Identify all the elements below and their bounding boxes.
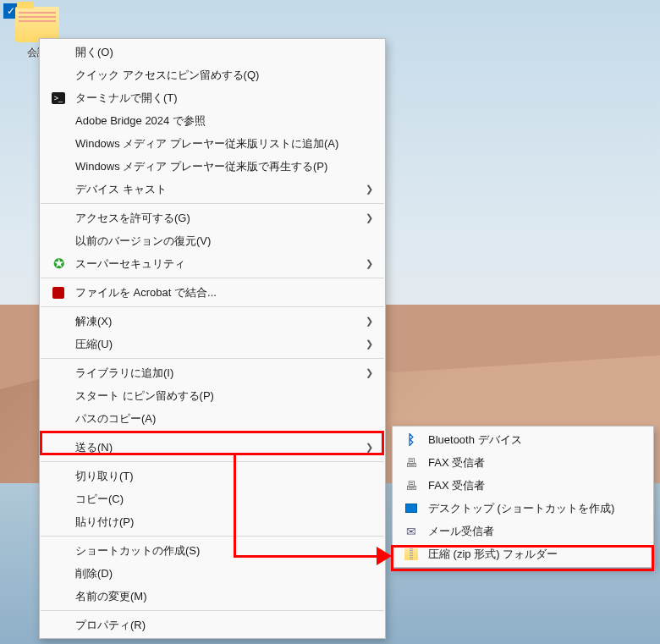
submenu-item[interactable]: 🖶FAX 受信者 [393,474,653,497]
menu-item-label: 圧縮(U) [75,337,357,352]
shield-icon: ✪ [50,256,67,272]
menu-item[interactable]: 切り取り(T) [40,465,385,487]
menu-item[interactable]: 送る(N)❯ [40,436,385,459]
chevron-right-icon: ❯ [366,212,373,223]
menu-separator [41,203,384,204]
desktop-icon [403,500,420,517]
submenu-item[interactable]: ✉メール受信者 [393,520,653,542]
blank-icon [50,113,67,129]
menu-item[interactable]: 貼り付け(P) [40,510,385,533]
menu-item[interactable]: コピー(C) [40,487,385,510]
menu-separator [41,306,384,307]
submenu-item[interactable]: 圧縮 (zip 形式) フォルダー [393,542,653,565]
blank-icon [50,313,67,330]
menu-item-label: パスのコピー(A) [75,411,373,427]
blank-icon [50,135,67,152]
blank-icon [50,181,67,198]
blank-icon [50,233,67,250]
menu-separator [41,610,384,611]
menu-separator [41,461,384,462]
submenu-item[interactable]: 🖶FAX 受信者 [393,451,653,474]
menu-item-label: Windows メディア プレーヤー従来版で再生する(P) [75,159,373,174]
blank-icon [50,67,67,84]
blank-icon [50,565,67,582]
menu-item-label: 切り取り(T) [75,469,373,484]
menu-item-label: 解凍(X) [75,314,357,329]
blank-icon [50,44,67,61]
context-menu-sendto: ᛒBluetooth デバイス🖶FAX 受信者🖶FAX 受信者デスクトップ (シ… [392,426,654,568]
menu-item-label: クイック アクセスにピン留めする(Q) [75,68,373,83]
blank-icon [50,617,67,634]
menu-item-label: Windows メディア プレーヤー従来版リストに追加(A) [75,136,373,151]
menu-item[interactable]: Windows メディア プレーヤー従来版で再生する(P) [40,155,385,178]
menu-item[interactable]: 開く(O) [40,41,385,63]
terminal-icon: >_ [50,90,67,107]
menu-item[interactable]: ファイルを Acrobat で結合... [40,281,385,304]
menu-item[interactable]: スタート にピン留めする(P) [40,384,385,407]
menu-separator [41,358,384,359]
menu-item[interactable]: 削除(D) [40,562,385,585]
fax-icon: 🖶 [403,477,420,494]
menu-item[interactable]: ショートカットの作成(S) [40,539,385,562]
fax-icon: 🖶 [403,454,420,471]
menu-item-label: コピー(C) [75,492,373,507]
menu-item[interactable]: ライブラリに追加(I)❯ [40,361,385,384]
annotation-line [234,555,382,558]
menu-item[interactable]: Windows メディア プレーヤー従来版リストに追加(A) [40,132,385,155]
blank-icon [50,514,67,531]
chevron-right-icon: ❯ [366,258,373,269]
blank-icon [50,588,67,605]
submenu-item-label: メール受信者 [428,524,641,539]
blank-icon [50,439,67,456]
menu-separator [41,278,384,278]
blank-icon [50,542,67,559]
blank-icon [50,158,67,175]
menu-item-label: アクセスを許可する(G) [75,211,357,226]
mail-icon: ✉ [403,523,420,540]
chevron-right-icon: ❯ [366,367,373,378]
annotation-line [234,455,236,557]
annotation-arrow-icon [377,547,392,565]
blank-icon [50,410,67,427]
folder-icon [15,7,59,42]
menu-item[interactable]: 以前のバージョンの復元(V) [40,229,385,252]
menu-item[interactable]: 名前の変更(M) [40,585,385,608]
menu-item[interactable]: 解凍(X)❯ [40,310,385,333]
menu-item[interactable]: ✪スーパーセキュリティ❯ [40,252,385,275]
menu-item-label: スタート にピン留めする(P) [75,388,373,404]
context-menu-main: 開く(O)クイック アクセスにピン留めする(Q)>_ターミナルで開く(T)Ado… [39,38,386,639]
blank-icon [50,210,67,227]
blank-icon [50,388,67,405]
bt-icon: ᛒ [403,432,420,449]
menu-item-label: ターミナルで開く(T) [75,91,373,106]
menu-item[interactable]: プロパティ(R) [40,614,385,636]
blank-icon [50,365,67,382]
menu-item[interactable]: デバイス キャスト❯ [40,178,385,201]
menu-item[interactable]: パスのコピー(A) [40,407,385,430]
menu-separator [41,536,384,537]
submenu-item[interactable]: ᛒBluetooth デバイス [393,428,653,451]
chevron-right-icon: ❯ [366,339,373,350]
submenu-item[interactable]: デスクトップ (ショートカットを作成) [393,497,653,520]
menu-item-label: Adobe Bridge 2024 で参照 [75,113,373,129]
menu-item[interactable]: >_ターミナルで開く(T) [40,86,385,109]
menu-item-label: ファイルを Acrobat で結合... [75,285,373,300]
menu-item-label: プロパティ(R) [75,618,373,633]
menu-item[interactable]: Adobe Bridge 2024 で参照 [40,109,385,132]
menu-item-label: デバイス キャスト [75,182,357,197]
chevron-right-icon: ❯ [366,316,373,327]
chevron-right-icon: ❯ [366,442,373,453]
menu-item-label: 開く(O) [75,45,373,60]
menu-item[interactable]: 圧縮(U)❯ [40,333,385,355]
blank-icon [50,491,67,508]
submenu-item-label: FAX 受信者 [428,455,641,471]
menu-item-label: 貼り付け(P) [75,515,373,530]
submenu-item-label: デスクトップ (ショートカットを作成) [428,501,641,516]
menu-item-label: 名前の変更(M) [75,589,373,604]
submenu-item-label: 圧縮 (zip 形式) フォルダー [428,547,641,562]
blank-icon [50,468,67,485]
menu-item[interactable]: アクセスを許可する(G)❯ [40,206,385,229]
acrobat-icon [50,284,67,301]
menu-item[interactable]: クイック アクセスにピン留めする(Q) [40,63,385,86]
chevron-right-icon: ❯ [366,184,373,195]
